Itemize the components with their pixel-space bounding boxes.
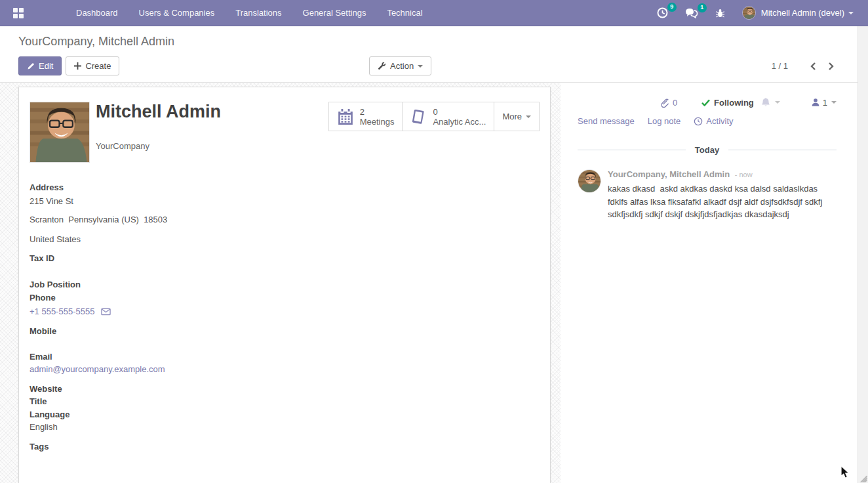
language-value: English — [30, 421, 305, 433]
plus-icon — [74, 62, 81, 70]
chevron-down-icon — [418, 65, 423, 68]
edit-button[interactable]: Edit — [18, 56, 62, 75]
log-note-button[interactable]: Log note — [648, 116, 681, 126]
chevron-down-icon — [848, 12, 854, 14]
more-dropdown-button[interactable]: More — [494, 102, 540, 131]
address-city-line: Scranton Pennsylvania (US) 18503 — [30, 213, 305, 226]
activity-count-badge: 9 — [667, 3, 677, 12]
analytic-count: 0 — [433, 107, 486, 117]
attachment-count: 0 — [673, 98, 677, 108]
contact-form-sheet: Mitchell Admin YourCompany 2 Meetings 0 … — [18, 87, 551, 483]
address-street: 215 Vine St — [30, 195, 305, 207]
user-name: Mitchell Admin (devel) — [761, 8, 844, 18]
menu-users-companies[interactable]: Users & Companies — [132, 0, 222, 26]
pager-value: 1 / 1 — [772, 61, 788, 71]
paperclip-icon — [660, 98, 669, 108]
website-label: Website — [30, 383, 305, 395]
message-author[interactable]: YourCompany, Mitchell Admin — [608, 169, 730, 179]
attachments-button[interactable]: 0 — [660, 98, 677, 108]
create-button[interactable]: Create — [66, 56, 119, 75]
action-button-label: Action — [390, 61, 414, 71]
breadcrumb[interactable]: YourCompany, Mitchell Admin — [18, 35, 174, 49]
mobile-label: Mobile — [30, 325, 305, 337]
edit-button-label: Edit — [39, 61, 53, 71]
scrollbar-track[interactable] — [858, 26, 868, 483]
language-label: Language — [30, 408, 305, 421]
bug-icon — [715, 8, 725, 18]
analytic-accounts-stat-button[interactable]: 0 Analytic Acc... — [402, 102, 494, 131]
menu-general-settings[interactable]: General Settings — [296, 0, 373, 26]
menu-technical[interactable]: Technical — [380, 0, 429, 26]
following-label: Following — [714, 98, 754, 108]
menu-translations[interactable]: Translations — [229, 0, 288, 26]
create-button-label: Create — [85, 61, 111, 71]
email-label: Email — [30, 350, 305, 363]
activity-systray-button[interactable]: 9 — [657, 7, 668, 18]
address-country: United States — [30, 233, 305, 245]
chevron-down-icon — [831, 101, 837, 104]
user-avatar — [742, 6, 756, 20]
message-author-avatar[interactable] — [578, 169, 601, 193]
message-body: kakas dkasd askd akdkas daskd ksa dalsd … — [608, 182, 837, 221]
apps-menu-icon[interactable] — [13, 8, 24, 18]
meetings-label: Meetings — [360, 117, 395, 127]
date-divider-label: Today — [695, 145, 719, 155]
contact-company-link[interactable]: YourCompany — [96, 141, 149, 151]
control-panel: YourCompany, Mitchell Admin Edit Create … — [0, 26, 858, 83]
activity-clock-icon — [694, 117, 703, 126]
message-count-badge: 1 — [698, 3, 707, 12]
tags-label: Tags — [30, 440, 305, 453]
message-timestamp: - now — [735, 171, 753, 178]
chat-bubbles-icon — [685, 8, 698, 18]
sms-envelope-icon[interactable] — [101, 308, 111, 316]
meetings-count: 2 — [360, 107, 395, 117]
debug-systray-button[interactable] — [715, 8, 725, 18]
odoo-contact-form-page: { "navbar": { "menus": ["Dashboard", "Us… — [0, 0, 868, 483]
wrench-icon — [378, 62, 386, 70]
person-icon — [811, 98, 820, 107]
meetings-stat-button[interactable]: 2 Meetings — [328, 102, 403, 131]
address-label: Address — [30, 181, 305, 194]
contact-name: Mitchell Admin — [96, 102, 221, 122]
user-menu[interactable]: Mitchell Admin (devel) — [742, 6, 854, 20]
activity-label: Activity — [706, 116, 733, 126]
main-menus: Dashboard Users & Companies Translations… — [69, 0, 437, 26]
subscription-bell-button[interactable] — [760, 97, 780, 108]
clock-icon — [657, 7, 668, 18]
pager: 1 / 1 — [772, 56, 837, 75]
title-label: Title — [30, 395, 305, 408]
chevron-down-icon — [526, 116, 531, 118]
cp-buttons: Edit Create — [18, 56, 119, 75]
messages-systray-button[interactable]: 1 — [685, 8, 698, 18]
chatter-actions: Send message Log note Activity — [578, 116, 837, 126]
pager-previous-button[interactable] — [808, 61, 818, 72]
book-icon — [410, 108, 427, 125]
mouse-cursor — [840, 465, 852, 480]
form-view-area: Mitchell Admin YourCompany 2 Meetings 0 … — [0, 83, 858, 483]
schedule-activity-button[interactable]: Activity — [694, 116, 733, 126]
action-dropdown-button[interactable]: Action — [369, 56, 431, 75]
follower-count: 1 — [823, 98, 827, 108]
chatter: 0 Following 1 Send message Log note Acti… — [561, 83, 847, 483]
followers-button[interactable]: 1 — [811, 98, 837, 108]
calendar-icon — [337, 108, 354, 125]
analytic-label: Analytic Acc... — [433, 117, 486, 127]
phone-label: Phone — [30, 291, 305, 304]
menu-dashboard[interactable]: Dashboard — [69, 0, 125, 26]
pager-next-button[interactable] — [826, 61, 837, 72]
phone-link[interactable]: +1 555-555-5555 — [30, 305, 94, 318]
bell-icon — [760, 97, 771, 108]
chatter-message: YourCompany, Mitchell Admin - now kakas … — [578, 169, 837, 221]
top-navbar: Dashboard Users & Companies Translations… — [0, 0, 868, 26]
tax-id-label: Tax ID — [30, 252, 305, 264]
check-icon — [701, 99, 710, 106]
email-link[interactable]: admin@yourcompany.example.com — [30, 364, 165, 374]
systray: 9 1 Mitchell Admin (devel) — [657, 6, 868, 20]
job-position-label: Job Position — [30, 278, 305, 291]
resize-grip-icon[interactable] — [858, 473, 867, 482]
send-message-button[interactable]: Send message — [578, 116, 635, 126]
following-button[interactable]: Following — [701, 98, 754, 108]
more-label: More — [502, 112, 522, 121]
contact-photo[interactable] — [30, 102, 90, 163]
chevron-down-icon — [775, 101, 780, 104]
